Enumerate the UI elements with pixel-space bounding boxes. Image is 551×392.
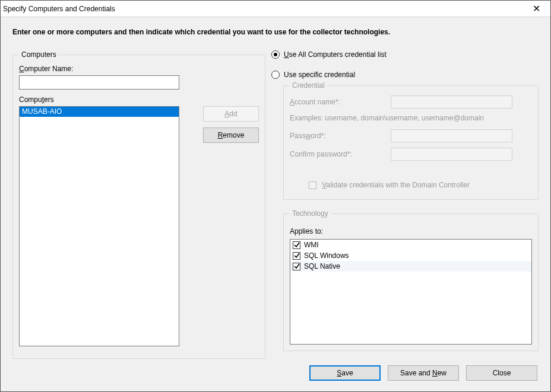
confirm-password-input	[391, 148, 512, 161]
tech-row-sql-native[interactable]: SQL Native	[290, 261, 531, 272]
account-name-input	[391, 95, 512, 109]
computers-listbox[interactable]: MUSAB-AIO	[19, 106, 179, 346]
titlebar: Specify Computers and Credentials ✕	[1, 1, 550, 17]
close-icon[interactable]: ✕	[523, 1, 549, 17]
confirm-password-label: Confirm password*:	[290, 150, 391, 158]
tech-label-text: WMI	[304, 241, 319, 249]
credential-group: Credential Account name*: Examples: user…	[283, 81, 539, 200]
validate-label: Validate credentials with the Domain Con…	[322, 181, 470, 189]
radio-icon	[271, 50, 280, 59]
checkbox-checked-icon	[293, 263, 300, 270]
computers-list-label: Computers	[19, 95, 259, 104]
remove-button[interactable]: Remove	[203, 128, 259, 143]
credential-legend: Credential	[290, 81, 327, 90]
technology-listbox[interactable]: WMI SQL Windows SQL Native	[290, 239, 532, 345]
save-and-new-button[interactable]: Save and New	[388, 365, 459, 381]
save-button[interactable]: Save	[309, 365, 381, 381]
account-name-label: Account name*:	[290, 98, 391, 106]
checkbox-checked-icon	[293, 252, 300, 260]
computers-legend: Computers	[19, 50, 59, 59]
add-button: Add	[203, 106, 259, 122]
radio-specific-credential[interactable]: Use specific credential	[271, 71, 539, 79]
technology-legend: Technology	[290, 209, 331, 218]
radio-icon	[271, 71, 280, 79]
computers-group: Computers Computer Name: Computers MUSAB…	[12, 50, 265, 359]
radio-all-label: Use All Computers credential list	[284, 50, 387, 59]
dialog-window: Specify Computers and Credentials ✕ Ente…	[0, 0, 551, 392]
checkbox-icon	[309, 181, 316, 189]
dialog-footer: Save Save and New Close	[309, 365, 537, 381]
technology-group: Technology Applies to: WMI SQL Windows	[283, 209, 539, 351]
tech-label-text: SQL Native	[304, 262, 340, 270]
tech-row-wmi[interactable]: WMI	[290, 240, 531, 250]
window-title: Specify Computers and Credentials	[3, 5, 523, 13]
tech-label-text: SQL Windows	[304, 251, 349, 260]
computer-name-input[interactable]	[19, 75, 179, 90]
computer-name-label: Computer Name:	[19, 65, 259, 73]
examples-text: Examples: username, domain\username, use…	[290, 114, 532, 122]
instruction-text: Enter one or more computers and then ind…	[12, 28, 539, 36]
checkbox-checked-icon	[293, 241, 300, 249]
radio-specific-label: Use specific credential	[284, 71, 355, 79]
password-label: Password*:	[290, 132, 391, 140]
tech-row-sql-windows[interactable]: SQL Windows	[290, 250, 531, 261]
password-input	[391, 129, 512, 142]
applies-to-label: Applies to:	[290, 227, 532, 235]
radio-all-computers[interactable]: Use All Computers credential list	[271, 50, 539, 59]
list-item[interactable]: MUSAB-AIO	[20, 107, 179, 117]
close-button[interactable]: Close	[466, 365, 537, 381]
validate-row: Validate credentials with the Domain Con…	[309, 181, 532, 189]
